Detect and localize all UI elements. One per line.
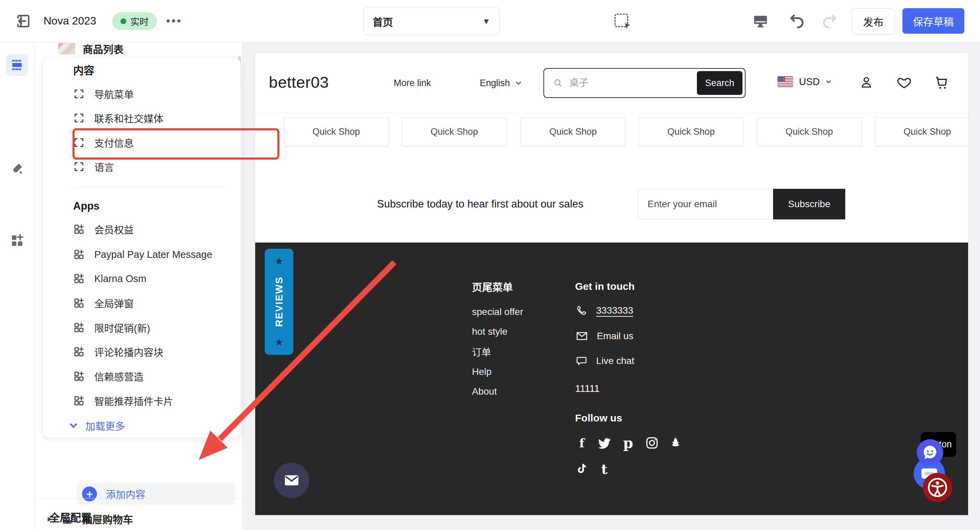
quick-shop-button[interactable]: Quick Shop [639, 117, 743, 146]
reviews-tab-label: REVIEWS [274, 276, 285, 327]
content-section-title: 内容 [73, 62, 94, 77]
monitor-icon [752, 13, 769, 30]
footer-link-special-offer[interactable]: special offer [472, 306, 523, 317]
sidebar-app-trust-building[interactable]: 信赖感营造 [73, 365, 143, 387]
footer-link-about[interactable]: About [472, 386, 497, 397]
app-label: 评论轮播内容块 [94, 344, 163, 359]
footer-link-hot-style[interactable]: hot style [472, 326, 508, 337]
sidebar-item-payment-info[interactable]: 支付信息 [73, 131, 134, 154]
account-button[interactable] [859, 75, 874, 90]
live-status-badge: 实时 [112, 12, 157, 30]
rail-sections-tab[interactable] [6, 54, 28, 76]
add-content-button[interactable]: + 添加内容 [76, 483, 235, 505]
app-label: Paypal Pay Later Message [94, 249, 212, 260]
publish-button[interactable]: 发布 [852, 8, 895, 34]
chevron-down-icon [515, 79, 522, 87]
footer-link-orders[interactable]: 订单 [472, 345, 491, 359]
account-icon [859, 75, 874, 90]
sidebar-app-klarna-osm[interactable]: Klarna Osm [73, 267, 146, 290]
instagram-link[interactable] [645, 436, 659, 450]
footer-email-link[interactable]: Email us [575, 329, 633, 343]
apps-section-title: Apps [73, 200, 100, 212]
section-bracket-icon [73, 88, 85, 100]
footer-livechat-link[interactable]: Live chat [575, 354, 634, 367]
tumblr-link[interactable]: t [601, 461, 608, 477]
app-grid-icon [73, 370, 85, 382]
quick-shop-button[interactable]: Quick Shop [402, 117, 507, 146]
facebook-link[interactable]: f [579, 436, 585, 450]
sidebar-app-review-carousel[interactable]: 评论轮播内容块 [73, 341, 163, 363]
phone-number: 3333333 [596, 305, 633, 316]
exit-editor-button[interactable] [14, 11, 33, 31]
wishlist-button[interactable] [896, 75, 912, 90]
global-config-heading[interactable]: 全局配置 [49, 509, 92, 525]
app-label: 智能推荐插件卡片 [94, 394, 173, 408]
app-label: 全局弹窗 [94, 296, 134, 310]
redo-button[interactable] [821, 0, 839, 42]
pinterest-link[interactable]: p [623, 435, 633, 451]
more-options-button[interactable]: ••• [166, 0, 182, 42]
plus-circle-icon: + [82, 486, 97, 501]
section-bracket-icon [73, 112, 85, 124]
app-label: 会员权益 [94, 222, 134, 236]
quick-shop-button[interactable]: Quick Shop [520, 117, 625, 146]
chat-widget-button[interactable] [917, 439, 943, 466]
reviews-side-tab[interactable]: ★ REVIEWS ★ [265, 249, 293, 355]
search-input[interactable] [569, 77, 697, 89]
twitter-link[interactable] [597, 436, 611, 450]
app-label: 限时促销(新) [94, 321, 150, 335]
device-preview-button[interactable] [752, 0, 769, 42]
newsletter-email-input[interactable] [638, 189, 773, 219]
cart-icon [933, 75, 950, 91]
rail-theme-styles-tab[interactable] [6, 158, 28, 180]
undo-button[interactable] [788, 0, 806, 42]
nav-more-link[interactable]: More link [394, 78, 431, 89]
smiley-chat-icon [920, 443, 940, 462]
cart-button[interactable] [933, 75, 950, 91]
app-grid-icon [73, 322, 85, 333]
app-grid-icon [73, 273, 85, 284]
sidebar-item-language[interactable]: 语言 [73, 156, 114, 178]
subscribe-button[interactable]: Subscribe [773, 189, 845, 219]
quick-shop-button[interactable]: Quick Shop [284, 117, 388, 146]
store-logo-text[interactable]: better03 [269, 73, 329, 92]
tiktok-icon [576, 462, 588, 475]
sidebar-app-flash-sale[interactable]: 限时促销(新) [73, 316, 150, 339]
footer-link-help[interactable]: Help [472, 367, 492, 377]
envelope-icon [283, 471, 301, 489]
sidebar-app-global-popup[interactable]: 全局弹窗 [73, 292, 134, 314]
heart-icon [896, 75, 912, 90]
sections-icon [10, 58, 24, 72]
search-button[interactable]: Search [697, 71, 743, 95]
language-selector[interactable]: English [480, 78, 522, 89]
sidebar-item-nav-menu[interactable]: 导航菜单 [73, 83, 134, 105]
add-content-label: 添加内容 [106, 487, 145, 501]
mail-icon [575, 329, 589, 343]
divider [73, 187, 225, 188]
sidebar-item-product-list[interactable]: 商品列表 [58, 43, 124, 55]
flag-canton [778, 76, 785, 82]
quick-shop-button[interactable]: Quick Shop [757, 117, 862, 146]
accessibility-widget-button[interactable] [923, 473, 952, 502]
payment-info-label: 支付信息 [94, 135, 134, 150]
sidebar-item-contact-social[interactable]: 联系和社交媒体 [73, 107, 163, 129]
email-floating-button[interactable] [274, 463, 309, 498]
save-draft-button[interactable]: 保存草稿 [902, 8, 964, 34]
cursor-icon [623, 22, 632, 31]
load-more-button[interactable]: 加载更多 [68, 419, 125, 433]
rail-apps-tab[interactable] [6, 230, 28, 251]
sidebar-app-paypal-paylater[interactable]: Paypal Pay Later Message [73, 243, 212, 266]
snapchat-link[interactable] [668, 436, 681, 450]
livechat-label: Live chat [596, 355, 634, 367]
quick-shop-button[interactable]: Quick Shop [875, 117, 968, 146]
page-selector-dropdown[interactable]: 首页 ▼ [363, 8, 500, 35]
get-in-touch-title: Get in touch [575, 281, 635, 292]
sidebar-app-member-benefits[interactable]: 会员权益 [73, 218, 134, 241]
footer-phone-link[interactable]: 3333333 [575, 304, 633, 317]
currency-selector[interactable]: USD [799, 76, 832, 87]
sidebar-app-smart-recommend[interactable]: 智能推荐插件卡片 [73, 389, 173, 412]
tiktok-link[interactable] [576, 462, 588, 475]
nav-menu-label: 导航菜单 [94, 87, 134, 101]
language-label: 语言 [94, 160, 114, 174]
select-element-tool[interactable] [614, 14, 630, 29]
